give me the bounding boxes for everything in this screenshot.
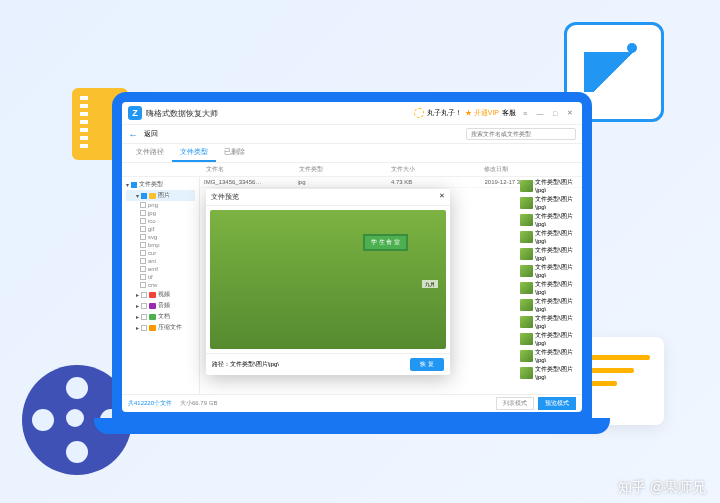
close-button[interactable]: ✕ xyxy=(564,108,576,118)
tree-video[interactable]: ▸视频 xyxy=(126,289,195,300)
file-list: IMG_13456_33456…jpg4.73 KB2019-12-17 3:2… xyxy=(200,177,582,394)
folder-icon xyxy=(149,193,156,199)
watermark: 知乎 @果师兄 xyxy=(618,479,706,497)
app-title: 嗨格式数据恢复大师 xyxy=(146,108,218,119)
thumbnail-item[interactable]: 文件类型\图片\jpg\ xyxy=(520,211,580,228)
header-name[interactable]: 文件名 xyxy=(206,165,299,174)
mode-preview-button[interactable]: 预览模式 xyxy=(538,397,576,410)
tree-ext[interactable]: gif xyxy=(126,225,195,233)
menu-icon[interactable]: ≡ xyxy=(519,108,531,118)
tab-deleted[interactable]: 已删除 xyxy=(216,144,253,162)
tree-root[interactable]: ▾文件类型 xyxy=(126,179,195,190)
avatar[interactable] xyxy=(414,108,424,118)
vip-button[interactable]: ★ 开通VIP xyxy=(465,108,499,118)
username: 丸子丸子！ xyxy=(427,108,462,118)
thumbnail-item[interactable]: 文件类型\图片\jpg\ xyxy=(520,347,580,364)
header-date[interactable]: 修改日期 xyxy=(484,165,577,174)
preview-badge: 九月 xyxy=(422,280,438,288)
search-input[interactable] xyxy=(466,128,576,140)
preview-sign: 学 生 食 堂 xyxy=(363,234,408,251)
thumbnail-item[interactable]: 文件类型\图片\jpg\ xyxy=(520,228,580,245)
recover-button[interactable]: 恢 复 xyxy=(410,358,444,371)
status-count: 共412220个文件 xyxy=(128,399,172,408)
thumbnail-item[interactable]: 文件类型\图片\jpg\ xyxy=(520,177,580,194)
sidebar-tree: ▾文件类型 ▾图片 png jpg ico gif svg bmp cur an… xyxy=(122,177,200,394)
tab-path[interactable]: 文件路径 xyxy=(128,144,172,162)
thumbnail-item[interactable]: 文件类型\图片\jpg\ xyxy=(520,279,580,296)
tree-ext[interactable]: ani xyxy=(126,257,195,265)
minimize-button[interactable]: — xyxy=(534,108,546,118)
thumbnail-item[interactable]: 文件类型\图片\jpg\ xyxy=(520,245,580,262)
header-size[interactable]: 文件大小 xyxy=(391,165,484,174)
preview-title: 文件预览 xyxy=(211,192,239,202)
tree-ext[interactable]: cur xyxy=(126,249,195,257)
laptop-frame: Z 嗨格式数据恢复大师 丸子丸子！ ★ 开通VIP 客服 ≡ — □ ✕ ← 返… xyxy=(112,92,592,422)
tree-document[interactable]: ▸文档 xyxy=(126,311,195,322)
preview-modal: 文件预览 ✕ 学 生 食 堂 九月 路径：文件类型\图片\jpg\ 恢 复 xyxy=(206,189,450,375)
statusbar: 共412220个文件 大小66.79 GB 列表模式 预览模式 xyxy=(122,394,582,412)
tree-ext[interactable]: png xyxy=(126,201,195,209)
tree-ext[interactable]: tif xyxy=(126,273,195,281)
navbar: ← 返回 xyxy=(122,125,582,144)
tab-type[interactable]: 文件类型 xyxy=(172,144,216,162)
top-tabs: 文件路径 文件类型 已删除 xyxy=(122,144,582,163)
tree-ext[interactable]: ico xyxy=(126,217,195,225)
folder-icon xyxy=(149,325,156,331)
tree-image[interactable]: ▾图片 xyxy=(126,190,195,201)
status-size: 大小66.79 GB xyxy=(180,399,217,408)
titlebar: Z 嗨格式数据恢复大师 丸子丸子！ ★ 开通VIP 客服 ≡ — □ ✕ xyxy=(122,102,582,125)
thumbnail-item[interactable]: 文件类型\图片\jpg\ xyxy=(520,364,580,381)
maximize-button[interactable]: □ xyxy=(549,108,561,118)
tree-ext[interactable]: emf xyxy=(126,265,195,273)
column-headers: 文件名 文件类型 文件大小 修改日期 xyxy=(122,163,582,177)
thumbnail-item[interactable]: 文件类型\图片\jpg\ xyxy=(520,313,580,330)
tree-ext[interactable]: svg xyxy=(126,233,195,241)
thumbnail-column: 文件类型\图片\jpg\ 文件类型\图片\jpg\ 文件类型\图片\jpg\ 文… xyxy=(520,177,580,381)
tree-audio[interactable]: ▸音频 xyxy=(126,300,195,311)
preview-image: 学 生 食 堂 九月 xyxy=(210,210,446,349)
app-window: Z 嗨格式数据恢复大师 丸子丸子！ ★ 开通VIP 客服 ≡ — □ ✕ ← 返… xyxy=(122,102,582,412)
folder-icon xyxy=(149,292,156,298)
thumbnail-item[interactable]: 文件类型\图片\jpg\ xyxy=(520,330,580,347)
folder-icon xyxy=(149,303,156,309)
preview-path: 路径：文件类型\图片\jpg\ xyxy=(212,360,279,369)
tree-ext[interactable]: crw xyxy=(126,281,195,289)
laptop-base xyxy=(94,418,610,434)
folder-icon xyxy=(149,314,156,320)
support-button[interactable]: 客服 xyxy=(502,108,516,118)
thumbnail-item[interactable]: 文件类型\图片\jpg\ xyxy=(520,262,580,279)
header-type[interactable]: 文件类型 xyxy=(299,165,392,174)
back-label[interactable]: 返回 xyxy=(144,129,158,139)
thumbnail-item[interactable]: 文件类型\图片\jpg\ xyxy=(520,194,580,211)
tree-archive[interactable]: ▸压缩文件 xyxy=(126,322,195,333)
app-logo-icon: Z xyxy=(128,106,142,120)
tree-ext[interactable]: jpg xyxy=(126,209,195,217)
preview-close-icon[interactable]: ✕ xyxy=(439,192,445,202)
thumbnail-item[interactable]: 文件类型\图片\jpg\ xyxy=(520,296,580,313)
tree-ext[interactable]: bmp xyxy=(126,241,195,249)
back-icon[interactable]: ← xyxy=(128,129,138,140)
mode-list-button[interactable]: 列表模式 xyxy=(496,397,534,410)
